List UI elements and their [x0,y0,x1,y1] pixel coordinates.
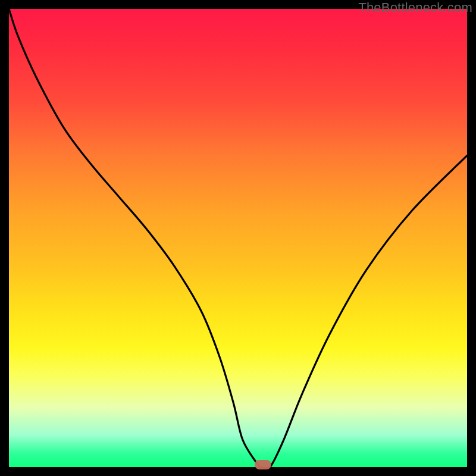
curve-svg [9,9,467,467]
watermark-text: TheBottleneck.com [358,0,472,15]
plot-area [9,9,467,467]
chart-stage: TheBottleneck.com [0,0,476,476]
valley-marker [255,460,271,469]
curve-path [9,9,467,467]
